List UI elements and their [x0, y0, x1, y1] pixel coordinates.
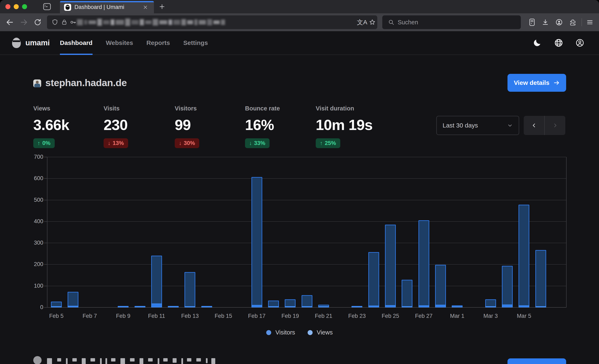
metric-views: Views3.66k↑0% [33, 105, 69, 148]
next-period-button[interactable] [545, 116, 565, 135]
lock-icon[interactable] [61, 15, 67, 29]
visitors-bar-feb-23[interactable] [352, 306, 362, 307]
window-close-button[interactable] [5, 4, 10, 9]
firefox-view-icon[interactable] [528, 13, 537, 31]
language-globe-icon[interactable] [554, 31, 563, 54]
views-bar-feb-6[interactable] [68, 292, 79, 307]
arrow-down-icon: ↓ [179, 140, 182, 146]
nav-item-reports[interactable]: Reports [146, 31, 170, 54]
x-axis-label: Feb 15 [215, 313, 232, 319]
window-zoom-button[interactable] [22, 4, 27, 9]
visitors-bar-mar-3[interactable] [485, 306, 496, 307]
reload-icon[interactable] [33, 13, 43, 31]
url-bar[interactable]: 文A [47, 15, 377, 29]
umami-brand[interactable]: umami [12, 31, 50, 54]
legend-dot-icon [308, 330, 313, 335]
metric-label: Views [33, 105, 69, 112]
visitors-bar-feb-18[interactable] [268, 306, 279, 307]
views-bar-feb-25[interactable] [385, 225, 396, 307]
views-bar-feb-17[interactable] [251, 177, 262, 307]
views-bar-feb-27[interactable] [418, 220, 429, 307]
views-bar-feb-11[interactable] [151, 256, 162, 307]
visitors-bar-feb-20[interactable] [302, 306, 312, 307]
visitors-bar-feb-24[interactable] [368, 306, 379, 307]
x-axis-label: Mar 3 [483, 313, 498, 319]
nav-item-websites[interactable]: Websites [106, 31, 133, 54]
second-view-details-button[interactable]: View details [508, 358, 566, 364]
views-bar-mar-4[interactable] [502, 266, 513, 307]
new-tab-button[interactable] [159, 3, 166, 10]
extensions-icon[interactable] [568, 13, 577, 31]
second-website-title-clipped [47, 357, 234, 364]
visitors-bar-feb-17[interactable] [251, 305, 262, 307]
metric-value: 230 [104, 116, 128, 133]
menu-icon[interactable] [585, 13, 594, 31]
visitors-bar-feb-27[interactable] [418, 305, 429, 307]
y-axis-label: 400 [18, 218, 43, 225]
visitors-bar-feb-26[interactable] [402, 306, 413, 307]
x-axis-label: Feb 11 [148, 313, 165, 319]
visitors-bar-feb-28[interactable] [435, 305, 446, 307]
visitors-bar-feb-12[interactable] [168, 306, 179, 307]
date-pager [524, 116, 565, 135]
download-icon[interactable] [541, 13, 550, 31]
nav-item-settings[interactable]: Settings [183, 31, 208, 54]
views-bar-mar-5[interactable] [519, 205, 529, 307]
visitors-bar-feb-13[interactable] [185, 306, 195, 307]
visitors-bar-feb-10[interactable] [135, 306, 145, 307]
metric-bounce-rate: Bounce rate16%↓33% [245, 105, 280, 148]
x-axis-label: Mar 1 [450, 313, 464, 319]
y-axis-label: 200 [18, 261, 43, 267]
x-axis-label: Mar 5 [517, 313, 531, 319]
visitors-bar-feb-19[interactable] [285, 306, 296, 307]
gridline-y400 [47, 221, 566, 222]
views-bar-feb-24[interactable] [368, 252, 379, 307]
prev-period-button[interactable] [524, 116, 544, 135]
forward-icon[interactable] [19, 13, 29, 31]
back-icon[interactable] [5, 13, 15, 31]
theme-toggle-moon-icon[interactable] [533, 31, 542, 54]
window-minimize-button[interactable] [14, 4, 19, 9]
tab-title: Dashboard | Umami [74, 1, 124, 13]
visitors-bar-feb-21[interactable] [318, 306, 329, 307]
metric-visits: Visits230↓13% [104, 105, 128, 148]
browser-tab[interactable]: Dashboard | Umami [60, 1, 154, 13]
metric-value: 3.66k [33, 116, 69, 133]
search-bar[interactable]: Suchen [382, 15, 521, 29]
metric-visit-duration: Visit duration10m 19s↑25% [316, 105, 372, 148]
visitors-bar-feb-25[interactable] [385, 305, 396, 307]
translate-icon[interactable]: 文A [357, 15, 367, 29]
bookmark-star-icon[interactable] [369, 15, 376, 29]
views-bar-feb-28[interactable] [435, 265, 446, 307]
visitors-bar-mar-1[interactable] [452, 306, 463, 307]
tab-close-icon[interactable] [143, 5, 148, 10]
gridline-y200 [47, 264, 566, 265]
view-details-button[interactable]: View details [508, 74, 566, 92]
visitors-bar-feb-6[interactable] [68, 306, 79, 307]
visitors-bar-feb-9[interactable] [118, 306, 129, 307]
views-bar-feb-20[interactable] [302, 295, 312, 307]
profile-icon[interactable] [575, 31, 584, 54]
key-icon[interactable] [70, 15, 77, 29]
visitors-bar-mar-5[interactable] [519, 305, 529, 307]
views-bar-mar-6[interactable] [535, 250, 546, 307]
browser-toolbar: 文A Suchen [0, 13, 599, 32]
visitors-bar-feb-11[interactable] [151, 303, 162, 307]
visitors-bar-feb-14[interactable] [201, 306, 212, 307]
visitors-bar-mar-4[interactable] [502, 304, 513, 307]
browser-window: Dashboard | Umami [0, 0, 599, 364]
y-axis-label: 0 [18, 304, 43, 311]
legend-item-views[interactable]: Views [308, 329, 333, 336]
account-icon[interactable] [555, 13, 564, 31]
visitors-bar-feb-5[interactable] [51, 306, 62, 307]
metric-change-value: 13% [113, 140, 124, 146]
date-range-dropdown[interactable]: Last 30 days [436, 116, 519, 135]
shield-icon[interactable] [52, 15, 58, 29]
views-bar-feb-26[interactable] [402, 280, 413, 307]
nav-item-dashboard[interactable]: Dashboard [60, 31, 93, 54]
legend-item-visitors[interactable]: Visitors [266, 329, 295, 336]
views-bar-feb-13[interactable] [185, 272, 195, 307]
visitors-bar-mar-6[interactable] [535, 306, 546, 307]
sidebar-toggle-icon[interactable] [43, 3, 51, 11]
x-axis-label: Feb 25 [382, 313, 399, 319]
